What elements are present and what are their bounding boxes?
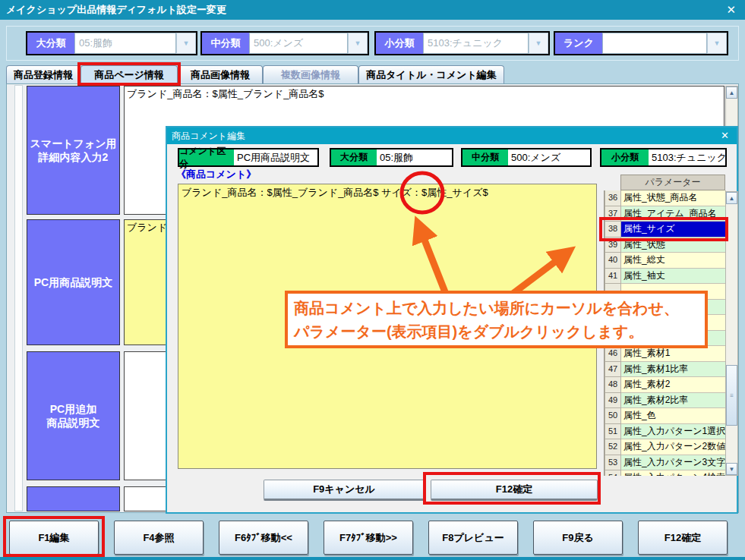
- app-titlebar: メイクショップ出品情報ディフォルト設定ー変更 ✕: [0, 0, 745, 20]
- window-close-icon[interactable]: ✕: [726, 0, 736, 20]
- param-row-name[interactable]: 属性_素材2: [621, 377, 726, 393]
- param-row[interactable]: 52属性_入力パターン2数値: [605, 439, 726, 455]
- param-row[interactable]: 51属性_入力パターン1選択: [605, 424, 726, 440]
- param-row-name[interactable]: 属性_素材2比率: [621, 393, 726, 409]
- dialog-field-value: PC用商品説明文: [234, 149, 317, 165]
- param-row-name[interactable]: 属性_袖丈: [621, 269, 726, 285]
- param-row[interactable]: 46属性_素材1: [605, 346, 726, 362]
- param-row-number: 41: [605, 269, 621, 285]
- filter-group-4: ランク▼: [554, 31, 728, 55]
- filter-value-dropdown[interactable]: 05:服飾: [74, 33, 176, 54]
- param-row-number: 48: [605, 377, 621, 393]
- filter-group-2: 中分類500:メンズ▼: [200, 31, 369, 55]
- tab-2[interactable]: 商品ページ情報: [80, 65, 178, 83]
- param-row-number: 52: [605, 439, 621, 455]
- section-label-2: PC用商品説明文: [27, 219, 120, 345]
- param-row-name[interactable]: 属性_入力パターン2数値: [621, 439, 726, 455]
- bottom-button-f8[interactable]: F8プレビュー: [428, 521, 518, 555]
- dialog-field-label: コメント区分: [179, 149, 234, 165]
- dialog-field-2: 大分類05:服飾: [330, 148, 453, 167]
- left-gutter: [14, 85, 23, 511]
- bottom-button-f12[interactable]: F12確定: [638, 521, 728, 555]
- instruction-line1: 商品コメント上で入力したい場所にカーソルを合わせ、: [294, 297, 699, 320]
- param-row[interactable]: 48属性_素材2: [605, 377, 726, 393]
- dialog-field-value: 05:服飾: [377, 149, 452, 165]
- tab-1[interactable]: 商品登録情報: [6, 65, 80, 83]
- param-row-name[interactable]: 属性_素材1比率: [621, 362, 726, 378]
- param-row-name[interactable]: 属性_サイズ: [621, 222, 726, 238]
- comment-caption: 《商品コメント》: [176, 168, 256, 181]
- bottom-button-f4[interactable]: F4参照: [114, 521, 204, 555]
- param-row-number: 37: [605, 206, 621, 222]
- param-row-name[interactable]: 属性_状態_商品名: [621, 190, 726, 206]
- param-row-name[interactable]: 属性_アイテム_商品名: [621, 206, 726, 222]
- chevron-down-icon[interactable]: ▼: [707, 33, 727, 54]
- app-title: メイクショップ出品情報ディフォルト設定ー変更: [6, 4, 226, 15]
- param-row-name[interactable]: 属性_状態: [621, 238, 726, 253]
- scroll-up-icon[interactable]: ▲: [726, 192, 737, 204]
- section-label-4: [27, 486, 120, 511]
- filter-panel: 大分類05:服飾▼中分類500:メンズ▼小分類5103:チュニック▼ランク▼: [6, 26, 739, 61]
- param-row[interactable]: 53属性_入力パターン3文字: [605, 455, 726, 471]
- dialog-field-value: 500:メンズ: [508, 149, 590, 165]
- app-window: メイクショップ出品情報ディフォルト設定ー変更 ✕ 大分類05:服飾▼中分類500…: [0, 0, 745, 560]
- bottom-button-f7[interactable]: F7ﾀﾌﾞ移動>>: [324, 521, 413, 555]
- filter-value-dropdown[interactable]: 500:メンズ: [249, 33, 348, 54]
- param-row-number: 40: [605, 253, 621, 269]
- param-row[interactable]: 41属性_袖丈: [605, 269, 726, 285]
- chevron-down-icon: ▼: [348, 33, 368, 54]
- filter-group-3: 小分類5103:チュニック▼: [374, 31, 550, 55]
- instruction-callout: 商品コメント上で入力したい場所にカーソルを合わせ、 パラメーター(表示項目)をダ…: [285, 291, 708, 348]
- bottom-button-f1[interactable]: F1編集: [9, 521, 99, 555]
- param-row-name[interactable]: 属性_入力パターン3文字: [621, 455, 726, 471]
- filter-value-dropdown[interactable]: [602, 33, 707, 54]
- tab-3[interactable]: 商品画像情報: [178, 65, 263, 83]
- scroll-down-icon[interactable]: ▼: [726, 463, 737, 475]
- filter-value-dropdown[interactable]: 5103:チュニック: [423, 33, 529, 54]
- param-row[interactable]: 40属性_総丈: [605, 253, 726, 269]
- filter-label: 小分類: [376, 33, 423, 54]
- param-row[interactable]: 36属性_状態_商品名: [605, 190, 726, 206]
- param-row-number: 53: [605, 455, 621, 471]
- tab-4[interactable]: 複数画像情報: [263, 65, 358, 83]
- dialog-field-label: 中分類: [462, 149, 508, 165]
- param-row-number: 39: [605, 238, 621, 253]
- param-row-name[interactable]: 属性_素材1: [621, 346, 726, 362]
- chevron-down-icon: ▼: [176, 33, 196, 54]
- param-row-name[interactable]: 属性_入力パターン4検索: [621, 470, 726, 476]
- param-row[interactable]: 38属性_サイズ: [605, 222, 726, 238]
- param-row[interactable]: 54属性_入力パターン4検索: [605, 470, 726, 476]
- dialog-field-value: 5103:チュニック: [649, 149, 725, 165]
- section-label-1: スマートフォン用 詳細内容入力2: [27, 86, 120, 215]
- window-bottom-edge: [0, 557, 745, 560]
- param-row[interactable]: 50属性_色: [605, 408, 726, 424]
- f9-cancel-button[interactable]: F9キャンセル: [264, 480, 425, 501]
- param-row-number: 49: [605, 393, 621, 409]
- dialog-field-1: コメント区分PC用商品説明文: [178, 148, 319, 167]
- scroll-thumb[interactable]: ≡: [726, 365, 737, 426]
- param-scrollbar[interactable]: ▲ ≡ ▼: [725, 191, 738, 476]
- param-list-header: パラメーター: [620, 175, 725, 190]
- section-label-3: PC用追加 商品説明文: [27, 351, 120, 480]
- param-row-number: 47: [605, 362, 621, 378]
- dialog-close-icon[interactable]: ✕: [721, 127, 729, 144]
- dialog-title: 商品コメント編集: [172, 131, 245, 141]
- param-row-name[interactable]: 属性_入力パターン1選択: [621, 424, 726, 440]
- param-row-number: 38: [605, 222, 621, 238]
- bottom-button-f6[interactable]: F6ﾀﾌﾞ移動<<: [219, 521, 308, 555]
- filter-label: ランク: [555, 33, 602, 54]
- scroll-up-icon[interactable]: ▲: [726, 87, 737, 99]
- f12-confirm-button[interactable]: F12確定: [431, 480, 598, 501]
- param-row[interactable]: 37属性_アイテム_商品名: [605, 206, 726, 222]
- param-row[interactable]: 49属性_素材2比率: [605, 393, 726, 409]
- dialog-field-4: 小分類5103:チュニック: [600, 148, 727, 167]
- param-row-name[interactable]: 属性_色: [621, 408, 726, 424]
- param-row[interactable]: 47属性_素材1比率: [605, 362, 726, 378]
- filter-group-1: 大分類05:服飾▼: [26, 31, 197, 55]
- param-row[interactable]: 39属性_状態: [605, 238, 726, 253]
- dialog-field-label: 小分類: [601, 149, 649, 165]
- param-row-name[interactable]: 属性_総丈: [621, 253, 726, 269]
- dialog-titlebar: 商品コメント編集 ✕: [167, 127, 737, 144]
- bottom-button-f9[interactable]: F9戻る: [533, 521, 623, 555]
- tab-5[interactable]: 商品タイトル・コメント編集: [358, 65, 504, 83]
